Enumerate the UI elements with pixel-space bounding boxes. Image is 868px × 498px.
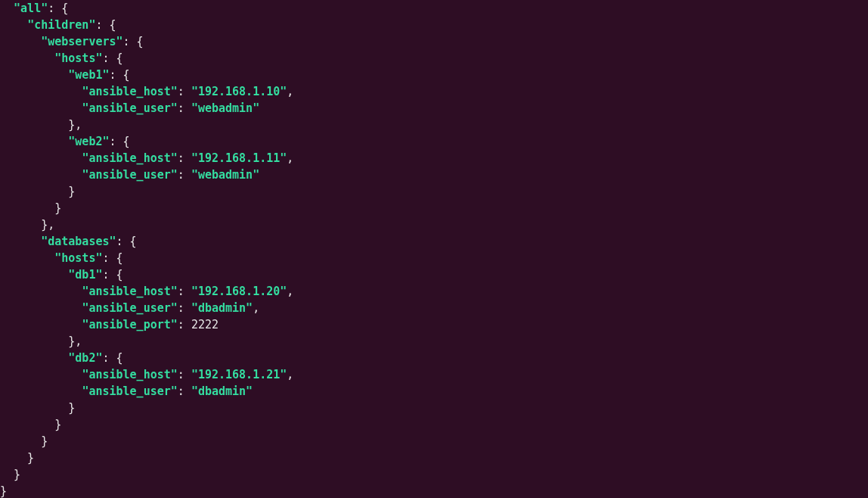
- token-punct: : {: [110, 68, 130, 82]
- token-punct: ,: [287, 151, 293, 165]
- token-punct: [0, 368, 82, 381]
- code-line: "hosts": {: [0, 50, 868, 67]
- token-punct: }: [0, 401, 75, 415]
- code-line: }: [0, 200, 868, 216]
- token-punct: },: [0, 335, 82, 348]
- token-punct: [0, 151, 82, 165]
- token-punct: [0, 268, 68, 282]
- token-key: "ansible_host": [82, 85, 177, 98]
- token-punct: [0, 135, 68, 148]
- code-line: "ansible_user": "dbadmin",: [0, 300, 868, 316]
- token-key: "all": [14, 2, 48, 15]
- token-punct: : {: [116, 235, 137, 248]
- code-line: },: [0, 117, 868, 133]
- code-line: "ansible_user": "webadmin": [0, 167, 868, 183]
- code-line: }: [0, 450, 868, 466]
- token-punct: :: [178, 151, 191, 165]
- token-key: "web2": [68, 135, 109, 148]
- token-key: "ansible_port": [82, 318, 177, 331]
- code-line: },: [0, 333, 868, 350]
- token-punct: :: [178, 285, 191, 298]
- token-str: "dbadmin": [191, 384, 253, 398]
- token-punct: : {: [102, 351, 122, 365]
- code-line: "ansible_user": "webadmin": [0, 100, 868, 117]
- token-key: "ansible_user": [82, 168, 177, 182]
- code-line: "web2": {: [0, 133, 868, 150]
- code-line: "ansible_host": "192.168.1.11",: [0, 150, 868, 167]
- token-punct: [0, 351, 68, 365]
- token-punct: [0, 85, 82, 98]
- token-key: "db2": [68, 351, 102, 365]
- code-line: "db2": {: [0, 350, 868, 366]
- token-punct: [0, 285, 82, 298]
- token-punct: }: [0, 484, 7, 498]
- code-line: "ansible_host": "192.168.1.10",: [0, 83, 868, 100]
- token-key: "ansible_host": [82, 368, 177, 381]
- code-line: "children": {: [0, 17, 868, 33]
- token-punct: :: [178, 85, 191, 98]
- code-line: "ansible_user": "dbadmin": [0, 383, 868, 400]
- token-punct: [0, 235, 41, 248]
- token-punct: [0, 68, 68, 82]
- token-punct: : {: [102, 268, 122, 282]
- token-str: "192.168.1.10": [191, 85, 287, 98]
- token-punct: :: [178, 318, 191, 331]
- token-punct: : {: [102, 251, 122, 265]
- token-punct: : {: [102, 51, 122, 65]
- token-key: "ansible_host": [82, 285, 177, 298]
- code-line: }: [0, 466, 868, 483]
- token-punct: : {: [110, 135, 130, 148]
- token-punct: }: [0, 418, 61, 431]
- token-key: "db1": [68, 268, 102, 282]
- token-key: "web1": [68, 68, 109, 82]
- token-punct: : {: [123, 35, 144, 48]
- code-line: "ansible_host": "192.168.1.20",: [0, 283, 868, 300]
- code-line: }: [0, 183, 868, 200]
- token-punct: :: [178, 101, 191, 115]
- code-line: }: [0, 416, 868, 433]
- code-line: },: [0, 216, 868, 233]
- token-key: "hosts": [54, 51, 102, 65]
- token-punct: ,: [287, 285, 293, 298]
- token-punct: }: [0, 434, 48, 448]
- token-punct: [0, 18, 27, 32]
- token-punct: }: [0, 185, 75, 198]
- code-line: "webservers": {: [0, 33, 868, 50]
- token-str: "192.168.1.20": [191, 285, 287, 298]
- code-line: "web1": {: [0, 67, 868, 83]
- token-punct: [0, 35, 41, 48]
- token-str: "192.168.1.11": [191, 151, 287, 165]
- token-num: 2222: [191, 318, 219, 331]
- code-line: }: [0, 400, 868, 416]
- token-str: "dbadmin": [191, 301, 253, 315]
- token-punct: :: [178, 384, 191, 398]
- token-punct: [0, 384, 82, 398]
- token-key: "children": [27, 18, 95, 32]
- token-key: "databases": [41, 235, 116, 248]
- token-punct: [0, 51, 54, 65]
- token-str: "webadmin": [191, 101, 259, 115]
- token-str: "192.168.1.21": [191, 368, 287, 381]
- code-line: "databases": {: [0, 233, 868, 250]
- token-punct: ,: [253, 301, 259, 315]
- token-key: "ansible_user": [82, 101, 177, 115]
- token-key: "ansible_host": [82, 151, 177, 165]
- token-punct: },: [0, 118, 82, 132]
- json-output: "all": { "children": { "webservers": { "…: [0, 0, 868, 498]
- token-punct: }: [0, 451, 34, 465]
- token-punct: [0, 168, 82, 182]
- token-punct: ,: [287, 85, 293, 98]
- token-punct: [0, 2, 14, 15]
- token-key: "ansible_user": [82, 384, 177, 398]
- token-punct: : {: [48, 2, 68, 15]
- token-str: "webadmin": [191, 168, 259, 182]
- token-punct: ,: [287, 368, 293, 381]
- code-line: "ansible_port": 2222: [0, 316, 868, 333]
- token-punct: :: [178, 168, 191, 182]
- token-punct: :: [178, 368, 191, 381]
- token-key: "webservers": [41, 35, 122, 48]
- code-line: "all": {: [0, 0, 868, 17]
- token-punct: [0, 301, 82, 315]
- token-punct: }: [0, 201, 61, 215]
- code-line: "db1": {: [0, 266, 868, 283]
